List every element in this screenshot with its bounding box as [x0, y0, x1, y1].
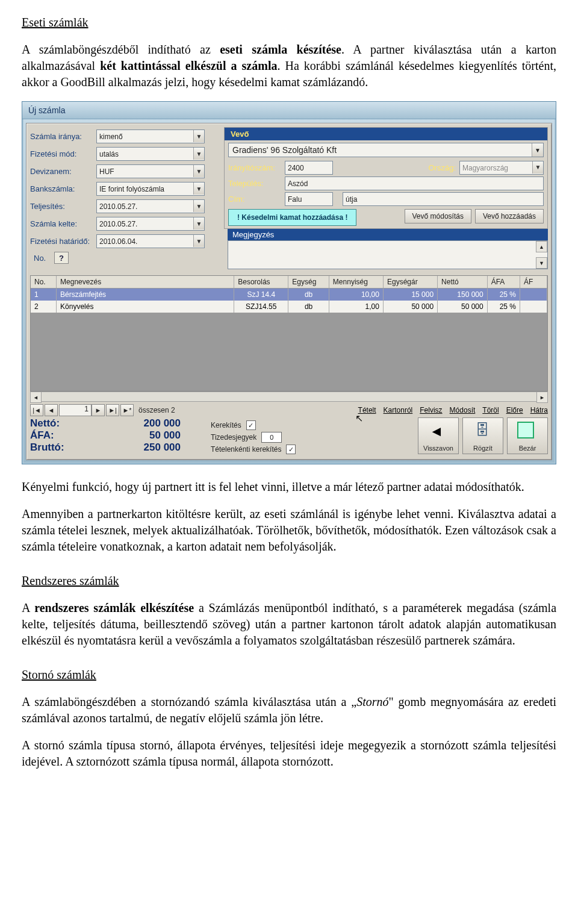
cell: SzJ 14.4	[234, 289, 288, 301]
cell: 15 000	[384, 289, 438, 301]
p1a: A számlaböngészdéből indítható az	[22, 43, 220, 56]
col-net[interactable]: Nettó	[438, 276, 488, 288]
checkbox-tetel-kerek[interactable]: ✓	[286, 445, 296, 454]
lbl-kerekites: Kerekítés	[211, 421, 241, 429]
cell: 150 000	[438, 289, 488, 301]
val-addr2: útja	[346, 195, 357, 204]
date-kelte[interactable]: 2010.05.27.▼	[96, 217, 205, 231]
cell	[520, 289, 547, 301]
col-egy[interactable]: Egység	[288, 276, 329, 288]
heading-eseti: Eseti számlák	[22, 16, 89, 29]
scroll-down-icon[interactable]: ▼	[536, 257, 547, 269]
link-kartonrol[interactable]: Kartonról	[384, 406, 413, 414]
late-interest-button[interactable]: ! Késedelmi kamat hozzáadása !	[228, 209, 356, 226]
val-town: Aszód	[288, 179, 308, 188]
input-addr1[interactable]: Falu	[285, 192, 333, 206]
col-af2[interactable]: ÁF	[520, 276, 547, 288]
link-elore[interactable]: Előre	[506, 406, 523, 414]
col-meny[interactable]: Mennyiség	[329, 276, 384, 288]
val-irany: kimenő	[99, 133, 123, 141]
nav-position[interactable]: 1	[59, 404, 92, 416]
undo-icon	[429, 426, 448, 443]
cell: db	[288, 301, 329, 313]
input-addr2[interactable]: útja	[343, 192, 544, 206]
lbl-country: Ország:	[428, 163, 456, 172]
chevron-down-icon[interactable]: ▼	[193, 200, 204, 212]
date-hatarido[interactable]: 2010.06.04.▼	[96, 234, 205, 248]
combo-vevo[interactable]: Gradiens' 96 Szolgáltató Kft ▼	[228, 143, 544, 157]
chevron-down-icon[interactable]: ▼	[193, 165, 204, 177]
close-button[interactable]: Bezár	[507, 417, 548, 454]
save-button[interactable]: Rögzít	[462, 417, 503, 454]
col-bes[interactable]: Besorolás	[234, 276, 288, 288]
combo-irany[interactable]: kimenő▼	[96, 130, 205, 143]
lbl-tizedes: Tizedesjegyek	[211, 433, 256, 442]
nav-insert-icon[interactable]: ►*	[120, 404, 134, 416]
val-afa: 50 000	[96, 429, 181, 442]
table-row[interactable]: 2 Könyvelés SZJ14.55 db 1,00 50 000 50 0…	[31, 301, 547, 313]
input-zip[interactable]: 2400	[285, 161, 333, 175]
cell: db	[288, 289, 329, 301]
chevron-down-icon[interactable]: ▼	[532, 143, 543, 157]
items-grid[interactable]: No. Megnevezés Besorolás Egység Mennyisé…	[30, 275, 548, 392]
buyer-add-button[interactable]: Vevő hozzáadás	[475, 209, 544, 223]
options: Kerekítés✓ Tizedesjegyek0 Tételenkénti k…	[211, 417, 418, 456]
scrollbar-track[interactable]	[42, 392, 536, 402]
chevron-down-icon[interactable]: ▼	[193, 183, 204, 195]
col-afa[interactable]: ÁFA	[488, 276, 520, 288]
checkbox-kerekites[interactable]: ✓	[246, 420, 256, 430]
chevron-down-icon[interactable]: ▼	[193, 130, 204, 142]
val-zip: 2400	[288, 164, 304, 172]
textarea-megjegyzes[interactable]: ▲ ▼	[228, 240, 548, 269]
spinner-tizedes[interactable]: 0	[261, 432, 282, 443]
val-fizmod: utalás	[99, 150, 119, 158]
lbl-town: Település:	[228, 179, 285, 188]
link-felvisz[interactable]: Felvisz	[420, 406, 442, 414]
col-no[interactable]: No.	[31, 276, 57, 288]
link-modosit[interactable]: Módosít	[450, 406, 476, 414]
combo-bank[interactable]: IE forint folyószámla▼	[96, 182, 205, 196]
col-ar[interactable]: Egységár	[384, 276, 438, 288]
help-button[interactable]: ?	[54, 252, 69, 264]
chevron-down-icon[interactable]: ▼	[193, 235, 204, 247]
nav-last-icon[interactable]: ►|	[106, 404, 119, 416]
val-country: Magyarország	[462, 164, 508, 172]
p4a: A	[22, 601, 34, 614]
nav-next-icon[interactable]: ►	[92, 404, 105, 416]
cell: 10,00	[329, 289, 384, 301]
scroll-up-icon[interactable]: ▲	[536, 241, 547, 252]
link-torol[interactable]: Töröl	[482, 406, 499, 414]
scroll-left-icon[interactable]: ◄	[30, 392, 42, 403]
p2: Kényelmi funkció, hogy új partnert itt i…	[22, 479, 556, 495]
cell: 1,00	[329, 301, 384, 313]
p6: A stornó számla típusa stornó, állapota …	[22, 737, 556, 770]
combo-country[interactable]: Magyarország▼	[459, 161, 544, 175]
table-row[interactable]: 1 Bérszámfejtés SzJ 14.4 db 10,00 15 000…	[31, 289, 547, 301]
scroll-right-icon[interactable]: ►	[536, 392, 548, 403]
combo-fizmod[interactable]: utalás▼	[96, 147, 205, 161]
nav-total: összesen 2	[138, 406, 175, 414]
exit-icon	[518, 426, 537, 443]
link-hatra[interactable]: Hátra	[530, 406, 548, 414]
p5b: Stornó	[356, 695, 388, 708]
cell: 50 000	[438, 301, 488, 313]
lbl-netto: Nettó:	[30, 417, 96, 429]
buyer-modify-button[interactable]: Vevő módosítás	[405, 209, 471, 223]
nav-first-icon[interactable]: |◄	[30, 404, 43, 416]
date-teljesites[interactable]: 2010.05.27.▼	[96, 199, 205, 213]
chevron-down-icon[interactable]: ▼	[193, 217, 204, 229]
input-town[interactable]: Aszód	[285, 176, 544, 190]
grid-empty-area	[31, 313, 547, 391]
lbl-fizmod: Fizetési mód:	[30, 149, 96, 158]
nav-prev-icon[interactable]: ◄	[45, 404, 58, 416]
chevron-down-icon[interactable]: ▼	[532, 161, 543, 173]
col-name[interactable]: Megnevezés	[57, 276, 234, 288]
p1d: két kattintással elkészül a számla	[100, 59, 277, 72]
combo-deviza[interactable]: HUF▼	[96, 164, 205, 178]
undo-button[interactable]: Visszavon	[418, 417, 459, 454]
link-tetelt[interactable]: Tételt	[358, 406, 376, 414]
chevron-down-icon[interactable]: ▼	[193, 148, 204, 160]
heading-rendszeres: Rendszeres számlák	[22, 574, 119, 587]
cell	[520, 301, 547, 313]
cell: Könyvelés	[57, 301, 234, 313]
